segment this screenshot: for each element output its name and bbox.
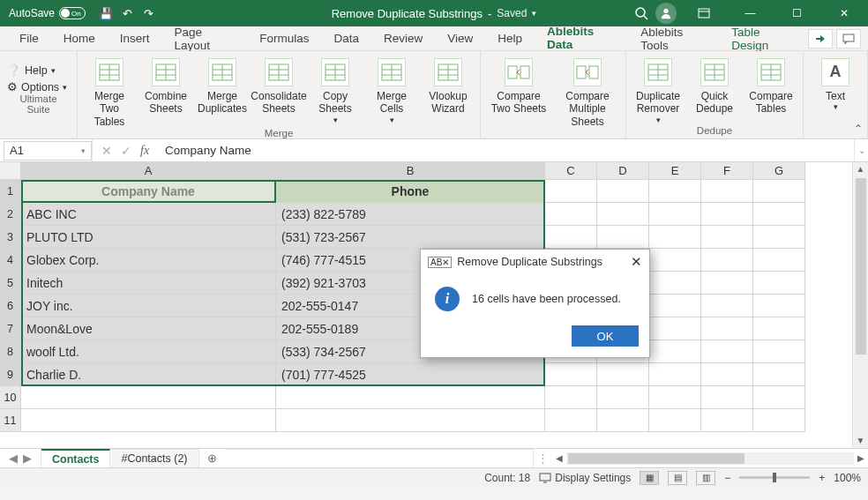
zoom-in-button[interactable]: + bbox=[819, 472, 825, 484]
maximize-icon[interactable]: ☐ bbox=[777, 0, 817, 26]
scroll-down-icon[interactable]: ▼ bbox=[853, 434, 868, 448]
cell[interactable] bbox=[649, 180, 701, 203]
vertical-scrollbar[interactable]: ▲ ▼ bbox=[852, 162, 868, 448]
cell[interactable] bbox=[753, 203, 805, 226]
cell[interactable] bbox=[545, 409, 597, 432]
text-button[interactable]: A Text ▾ bbox=[811, 58, 860, 112]
sheet-next-icon[interactable]: ▶ bbox=[23, 451, 32, 465]
cell[interactable]: JOY inc. bbox=[21, 295, 276, 317]
cell[interactable] bbox=[276, 409, 545, 432]
cell[interactable] bbox=[649, 386, 701, 409]
cell[interactable] bbox=[649, 272, 701, 295]
collapse-ribbon-icon[interactable]: ⌃ bbox=[854, 123, 863, 135]
display-settings-button[interactable]: Display Settings bbox=[539, 472, 631, 484]
view-page-break-icon[interactable]: ▥ bbox=[696, 471, 715, 485]
cell[interactable] bbox=[701, 340, 753, 363]
row-header[interactable]: 4 bbox=[0, 249, 21, 272]
toggle-switch[interactable]: On bbox=[59, 7, 86, 19]
cell[interactable] bbox=[545, 363, 597, 386]
duplicate-remover-button[interactable]: DuplicateRemover▾ bbox=[633, 58, 683, 125]
row-header[interactable]: 1 bbox=[0, 180, 21, 203]
options-button[interactable]: ⚙Options▾ bbox=[7, 80, 70, 93]
cell[interactable] bbox=[649, 249, 701, 272]
sheet-prev-icon[interactable]: ◀ bbox=[9, 451, 18, 465]
comments-button[interactable] bbox=[836, 29, 861, 49]
cell[interactable]: Moon&Love bbox=[21, 317, 276, 340]
cell[interactable] bbox=[753, 386, 805, 409]
vlookup-wizard-button[interactable]: VlookupWizard bbox=[423, 58, 473, 116]
scroll-left-icon[interactable]: ◀ bbox=[552, 453, 566, 463]
save-icon[interactable]: 💾 bbox=[99, 6, 113, 20]
consolidate-sheets-button[interactable]: ConsolidateSheets bbox=[254, 58, 303, 116]
sheet-nav[interactable]: ◀▶ bbox=[0, 449, 41, 467]
cell[interactable] bbox=[701, 295, 753, 317]
cell[interactable] bbox=[649, 203, 701, 226]
tab-table-design[interactable]: Table Design bbox=[721, 22, 804, 56]
cell[interactable] bbox=[276, 386, 545, 409]
zoom-level[interactable]: 100% bbox=[834, 472, 861, 484]
row-header[interactable]: 5 bbox=[0, 272, 21, 295]
tab-page-layout[interactable]: Page Layout bbox=[164, 22, 246, 56]
select-all-cell[interactable] bbox=[0, 162, 21, 180]
row-header[interactable]: 11 bbox=[0, 409, 21, 432]
cell[interactable] bbox=[753, 226, 805, 249]
cell[interactable]: (233) 822-5789 bbox=[276, 203, 545, 226]
sheet-tab-contacts-2[interactable]: #Contacts (2) bbox=[110, 449, 198, 467]
tab-insert[interactable]: Insert bbox=[109, 28, 161, 49]
cell[interactable] bbox=[597, 226, 649, 249]
cell[interactable]: Initech bbox=[21, 272, 276, 295]
column-header[interactable]: C bbox=[545, 162, 597, 180]
cell[interactable]: PLUTO LTD bbox=[21, 226, 276, 249]
column-header[interactable]: A bbox=[21, 162, 276, 180]
tab-view[interactable]: View bbox=[437, 28, 483, 49]
cell[interactable] bbox=[545, 386, 597, 409]
tab-ablebits-tools[interactable]: Ablebits Tools bbox=[630, 22, 717, 56]
column-header[interactable]: B bbox=[276, 162, 545, 180]
cell[interactable]: (531) 723-2567 bbox=[276, 226, 545, 249]
quick-dedupe-button[interactable]: QuickDedupe bbox=[690, 58, 739, 116]
dialog-titlebar[interactable]: AB✕ Remove Duplicate Substrings ✕ bbox=[421, 250, 649, 274]
cell[interactable] bbox=[753, 363, 805, 386]
cell[interactable] bbox=[753, 180, 805, 203]
cell[interactable] bbox=[701, 226, 753, 249]
cell[interactable] bbox=[753, 272, 805, 295]
autosave-toggle[interactable]: AutoSave On bbox=[9, 7, 86, 19]
copy-sheets-button[interactable]: CopySheets▾ bbox=[311, 58, 360, 125]
compare-two-sheets-button[interactable]: CompareTwo Sheets bbox=[488, 58, 550, 116]
cell[interactable] bbox=[649, 226, 701, 249]
tab-review[interactable]: Review bbox=[373, 28, 433, 49]
cell[interactable]: Phone bbox=[276, 180, 545, 203]
scroll-right-icon[interactable]: ▶ bbox=[854, 453, 868, 463]
cell[interactable] bbox=[701, 317, 753, 340]
cell[interactable] bbox=[649, 340, 701, 363]
cell[interactable]: Charlie D. bbox=[21, 363, 276, 386]
cell[interactable] bbox=[753, 409, 805, 432]
row-header[interactable]: 9 bbox=[0, 363, 21, 386]
tab-formulas[interactable]: Formulas bbox=[249, 28, 319, 49]
formula-input[interactable]: Company Name bbox=[158, 144, 854, 157]
view-normal-icon[interactable]: ▦ bbox=[640, 471, 659, 485]
dialog-ok-button[interactable]: OK bbox=[572, 325, 639, 347]
row-header[interactable]: 10 bbox=[0, 386, 21, 409]
cell[interactable] bbox=[597, 203, 649, 226]
confirm-formula-icon[interactable]: ✓ bbox=[121, 144, 131, 158]
dialog-close-icon[interactable]: ✕ bbox=[631, 254, 642, 270]
cell[interactable] bbox=[649, 363, 701, 386]
column-header[interactable]: D bbox=[597, 162, 649, 180]
ribbon-display-icon[interactable] bbox=[684, 0, 723, 26]
cell[interactable] bbox=[753, 340, 805, 363]
tab-file[interactable]: File bbox=[9, 28, 49, 49]
cell[interactable] bbox=[701, 363, 753, 386]
cell[interactable] bbox=[701, 203, 753, 226]
combine-sheets-button[interactable]: CombineSheets bbox=[141, 58, 191, 116]
cell[interactable] bbox=[21, 386, 276, 409]
cell[interactable] bbox=[701, 386, 753, 409]
cell[interactable] bbox=[649, 295, 701, 317]
compare-multiple-sheets-button[interactable]: CompareMultiple Sheets bbox=[557, 58, 618, 128]
tab-data[interactable]: Data bbox=[323, 28, 370, 49]
cell[interactable] bbox=[597, 386, 649, 409]
cell[interactable] bbox=[701, 272, 753, 295]
row-header[interactable]: 2 bbox=[0, 203, 21, 226]
merge-duplicates-button[interactable]: MergeDuplicates bbox=[198, 58, 247, 116]
close-icon[interactable]: ✕ bbox=[824, 0, 864, 26]
